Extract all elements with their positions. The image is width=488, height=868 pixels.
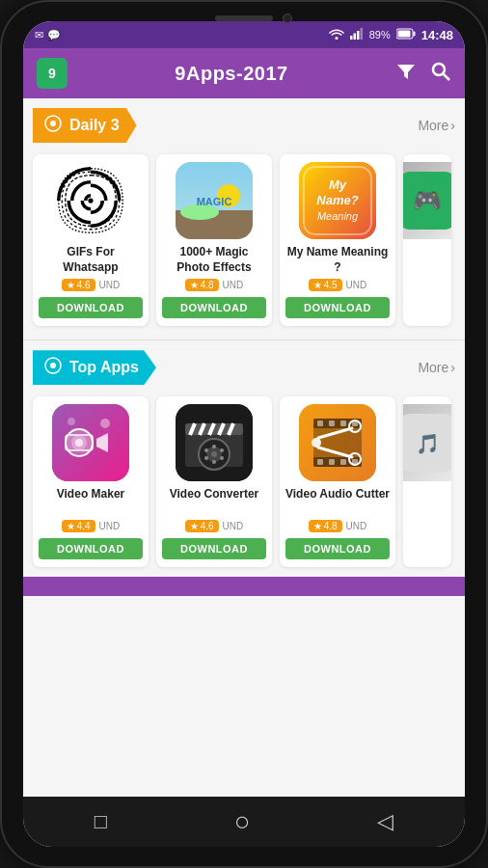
app-rating-magic: ★ 4.8 UND (185, 279, 244, 291)
app-card-magic: MAGIC 1000+ Magic Photo Effects ★ 4.8 UN… (156, 154, 272, 326)
partial-1-icon-bg: 🎮 (403, 162, 451, 239)
svg-rect-6 (413, 32, 415, 37)
app-rating-gifs: ★ 4.6 UND (62, 279, 121, 291)
svg-point-53 (204, 448, 208, 452)
svg-text:🎵: 🎵 (416, 432, 440, 455)
app-rating-meaning: ★ 4.5 UND (309, 279, 367, 291)
rating-badge-video-maker: ★ 4.4 (62, 520, 95, 532)
topapps-tag-icon (44, 357, 62, 378)
rating-badge-video-converter: ★ 4.6 (185, 520, 219, 532)
magic-icon-bg: MAGIC (176, 162, 253, 239)
video-converter-icon-bg (176, 404, 253, 481)
app-name-meaning: My Name Meaning ? (285, 245, 390, 275)
und-badge-gifs: UND (99, 280, 121, 290)
status-left: ✉ 💬 (35, 29, 61, 41)
top-bar: 9 9Apps-2017 (23, 48, 465, 98)
app-icon-gifs (52, 162, 129, 239)
und-badge-video-cutter: UND (346, 521, 367, 531)
status-right: 89% 14:48 (329, 28, 453, 42)
app-icon-video-cutter (299, 404, 376, 481)
svg-rect-63 (340, 420, 346, 426)
app-icon-partial-1: 🎮 (403, 162, 451, 239)
video-maker-icon-bg (52, 404, 129, 481)
app-card-gifs: GIFs For Whatsapp ★ 4.6 UND DOWNLOAD (33, 154, 149, 326)
app-name-gifs: GIFs For Whatsapp (39, 245, 143, 275)
name-meaning-icon-bg: My Name? Meaning (299, 162, 376, 239)
svg-point-0 (335, 37, 338, 40)
svg-text:🎮: 🎮 (413, 186, 442, 214)
und-badge-magic: UND (223, 280, 244, 290)
download-btn-video-converter[interactable]: DOWNLOAD (162, 538, 266, 559)
content-area: Daily 3 More › (23, 98, 465, 797)
rating-badge-meaning: ★ 4.5 (309, 279, 342, 291)
app-icon-partial-2: 🎵 (403, 404, 451, 481)
svg-rect-66 (329, 459, 335, 465)
svg-rect-3 (357, 31, 360, 40)
daily3-tag: Daily 3 (33, 108, 137, 143)
app-card-video-maker: Video Maker ★ 4.4 UND DOWNLOAD (33, 396, 149, 567)
topapps-header: Top Apps More › (23, 350, 465, 385)
download-btn-video-cutter[interactable]: DOWNLOAD (285, 538, 390, 559)
search-icon[interactable] (430, 61, 451, 87)
svg-rect-36 (66, 435, 93, 450)
app-name-video-cutter: Video Audio Cutter (285, 487, 390, 516)
back-button[interactable]: ◁ (377, 809, 393, 834)
battery-icon (396, 28, 416, 41)
svg-text:Name?: Name? (316, 193, 358, 207)
app-icon-video-maker (52, 404, 129, 481)
app-name-video-maker: Video Maker (57, 487, 124, 516)
bottom-hint (23, 577, 465, 596)
daily3-tag-label: Daily 3 (69, 117, 120, 134)
svg-rect-67 (340, 459, 346, 465)
gifs-icon-bg (52, 162, 129, 239)
download-btn-gifs[interactable]: DOWNLOAD (39, 297, 143, 318)
app-rating-video-maker: ★ 4.4 UND (62, 520, 121, 532)
app-rating-video-converter: ★ 4.6 UND (185, 520, 244, 532)
app-logo: 9 (37, 58, 68, 89)
svg-line-12 (444, 74, 449, 80)
partial-2-icon-bg: 🎵 (403, 404, 451, 481)
topapps-tag: Top Apps (33, 350, 156, 385)
svg-rect-61 (317, 420, 323, 426)
app-name-video-converter: Video Converter (170, 487, 258, 516)
svg-text:My: My (329, 177, 347, 192)
svg-point-51 (212, 445, 216, 448)
und-badge-video-converter: UND (223, 521, 244, 531)
svg-rect-1 (350, 36, 353, 40)
home-button[interactable]: ○ (234, 806, 251, 837)
svg-rect-65 (317, 459, 323, 465)
svg-point-39 (68, 418, 75, 425)
filter-icon[interactable] (395, 61, 417, 87)
status-bar: ✉ 💬 (23, 21, 465, 48)
svg-point-38 (100, 419, 110, 428)
app-title: 9Apps-2017 (175, 63, 287, 85)
app-icon-name-meaning: My Name? Meaning (299, 162, 376, 239)
rating-badge-video-cutter: ★ 4.8 (309, 520, 342, 532)
daily3-more[interactable]: More › (418, 118, 455, 133)
svg-point-56 (220, 456, 224, 460)
app-card-video-converter: Video Converter ★ 4.6 UND DOWNLOAD (156, 396, 272, 567)
download-btn-magic[interactable]: DOWNLOAD (162, 297, 266, 318)
svg-text:MAGIC: MAGIC (197, 196, 232, 207)
recent-apps-button[interactable]: □ (95, 809, 107, 834)
signal-icon (350, 28, 364, 41)
divider-1 (23, 339, 465, 340)
topapps-more[interactable]: More › (418, 360, 455, 375)
svg-rect-2 (353, 34, 356, 41)
svg-point-54 (220, 448, 224, 452)
topapps-tag-label: Top Apps (69, 359, 139, 376)
battery-percentage: 89% (369, 29, 391, 41)
gmail-icon: ✉ (35, 29, 43, 41)
svg-text:Meaning: Meaning (317, 210, 359, 222)
download-btn-meaning[interactable]: DOWNLOAD (285, 297, 390, 318)
download-btn-video-maker[interactable]: DOWNLOAD (39, 538, 143, 559)
svg-rect-4 (360, 28, 363, 40)
svg-point-71 (312, 438, 321, 448)
svg-point-50 (211, 451, 217, 457)
phone-speaker (215, 15, 273, 21)
svg-point-14 (50, 121, 56, 126)
svg-point-52 (212, 460, 216, 464)
app-card-video-cutter: Video Audio Cutter ★ 4.8 UND DOWNLOAD (280, 396, 395, 567)
top-icons (395, 61, 451, 87)
svg-point-11 (433, 64, 445, 75)
